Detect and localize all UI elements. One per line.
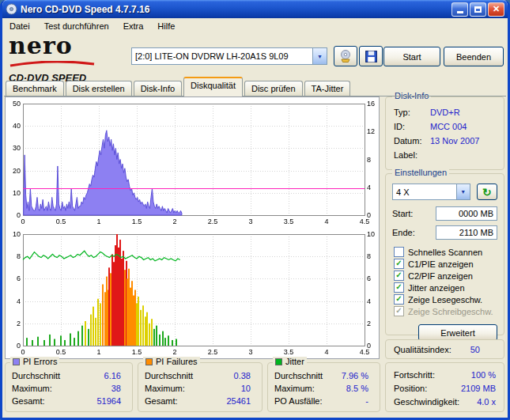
window-title: Nero CD-DVD Speed 4.7.7.16 xyxy=(21,4,450,15)
drive-select-value: [2:0] LITE-ON DVDRW LH-20A1S 9L09 xyxy=(132,51,312,61)
save-button[interactable] xyxy=(359,46,383,66)
end-position-row: Ende: 2110 MB xyxy=(386,225,504,240)
tab-strip: Benchmark Disk erstellen Disk-Info Diskq… xyxy=(6,79,352,96)
po-failures-value: - xyxy=(365,396,368,406)
chart-panel xyxy=(5,96,380,359)
drive-select[interactable]: [2:0] LITE-ON DVDRW LH-20A1S 9L09 ▼ xyxy=(131,47,327,65)
position-label: Position: xyxy=(394,384,427,393)
chevron-down-icon[interactable]: ▼ xyxy=(456,184,470,199)
geschwindigkeit-label: Geschwindigkeit: xyxy=(394,397,459,407)
settings-group: Einstellungen 4 X ▼ ↻ Start: 0000 MB End… xyxy=(385,173,504,335)
typ-value: DVD+R xyxy=(430,108,460,117)
checkbox-schnelles-scannen[interactable]: Schnelles Scannen xyxy=(386,246,504,258)
datum-label: Datum: xyxy=(394,136,430,146)
max-label: Maximum: xyxy=(274,384,315,393)
quality-index-value: 50 xyxy=(470,345,480,354)
nero-logo-text: nero xyxy=(9,36,119,56)
speed-select[interactable]: 4 X ▼ xyxy=(392,184,470,200)
minimize-button[interactable] xyxy=(451,2,468,17)
checkbox-label: Jitter anzeigen xyxy=(408,283,465,293)
position-row: Position: 2109 MB xyxy=(386,381,504,395)
end-position-field[interactable]: 2110 MB xyxy=(436,225,497,240)
checkbox-icon[interactable] xyxy=(394,282,404,293)
pi-errors-stats-panel: PI Errors Durchschnitt6.16 Maximum:38 Ge… xyxy=(5,362,133,412)
quality-index-panel: Qualitätsindex: 50 xyxy=(385,339,504,359)
pi-failures-stats-panel: PI Failures Durchschnitt0.38 Maximum:10 … xyxy=(138,362,263,412)
quality-index-label: Qualitätsindex: xyxy=(394,345,451,354)
fortschritt-label: Fortschritt: xyxy=(394,370,435,380)
total-value: 51964 xyxy=(96,396,121,406)
id-value: MCC 004 xyxy=(430,122,467,131)
checkbox-icon[interactable] xyxy=(394,271,404,281)
maximize-button[interactable] xyxy=(470,2,486,17)
tab-disk-erstellen[interactable]: Disk erstellen xyxy=(66,81,132,96)
max-value: 10 xyxy=(241,384,251,393)
nero-logo-swoosh xyxy=(9,61,96,67)
settings-title: Einstellungen xyxy=(392,168,449,177)
checkbox-jitter-anzeigen[interactable]: Jitter anzeigen xyxy=(386,282,504,293)
app-window: Nero CD-DVD Speed 4.7.7.16 ✕ Datei Test … xyxy=(0,0,510,420)
start-position-field[interactable]: 0000 MB xyxy=(436,206,497,221)
maximize-icon xyxy=(474,6,482,13)
avg-label: Durchschnitt xyxy=(12,371,60,380)
max-value: 38 xyxy=(111,384,121,393)
checkbox-c1-pie-anzeigen[interactable]: C1/PIE anzeigen xyxy=(386,258,504,270)
disk-info-row-datum: Datum: 13 Nov 2007 xyxy=(386,134,504,148)
total-label: Gesamt: xyxy=(12,396,45,406)
label-label: Label: xyxy=(394,150,430,160)
checkbox-icon[interactable] xyxy=(394,259,404,269)
total-value: 25461 xyxy=(226,396,251,406)
menu-test-durchfuehren[interactable]: Test durchführen xyxy=(37,20,116,32)
fortschritt-value: 100 % xyxy=(471,370,496,380)
checkbox-label: C2/PIF anzeigen xyxy=(408,271,473,281)
speed-select-value: 4 X xyxy=(393,187,456,197)
checkbox-zeige-lesegeschw[interactable]: Zeige Lesegeschw. xyxy=(386,293,504,305)
erweitert-row: Erweitert xyxy=(386,324,504,341)
start-position-row: Start: 0000 MB xyxy=(386,206,504,221)
checkbox-zeige-schreibgeschw: Zeige Schreibgeschw. xyxy=(386,305,504,317)
checkbox-icon[interactable] xyxy=(394,294,404,305)
tab-benchmark[interactable]: Benchmark xyxy=(6,81,64,96)
id-label: ID: xyxy=(394,122,430,131)
max-label: Maximum: xyxy=(145,384,185,393)
menu-extra[interactable]: Extra xyxy=(116,20,151,32)
avg-value: 0.38 xyxy=(234,371,251,380)
checkbox-label: C1/PIE anzeigen xyxy=(408,259,474,269)
tab-strip-line xyxy=(4,96,506,96)
progress-row: Fortschritt: 100 % xyxy=(386,368,504,381)
checkbox-label: Zeige Lesegeschw. xyxy=(408,295,482,305)
tab-diskqualitaet[interactable]: Diskqualität xyxy=(183,77,243,96)
checkbox-icon[interactable] xyxy=(394,247,404,257)
chevron-down-icon[interactable]: ▼ xyxy=(312,48,327,64)
minimize-icon xyxy=(457,11,463,13)
menu-hilfe[interactable]: Hilfe xyxy=(150,20,182,32)
pi-errors-swatch-icon xyxy=(13,358,20,365)
checkbox-c2-pif-anzeigen[interactable]: C2/PIF anzeigen xyxy=(386,270,504,282)
start-button[interactable]: Start xyxy=(383,47,440,66)
refresh-speeds-button[interactable]: ↻ xyxy=(477,184,497,200)
speed-row: 4 X ▼ ↻ xyxy=(386,182,504,202)
floppy-icon xyxy=(365,50,378,63)
refresh-icon: ↻ xyxy=(482,186,492,199)
tab-ta-jitter[interactable]: TA-Jitter xyxy=(304,81,351,96)
close-button[interactable]: ✕ xyxy=(488,2,504,17)
pi-failures-swatch-icon xyxy=(145,358,153,365)
max-value: 8.5 % xyxy=(346,384,368,393)
beenden-button[interactable]: Beenden xyxy=(444,47,504,66)
datum-value: 13 Nov 2007 xyxy=(430,136,479,146)
tab-disk-info[interactable]: Disk-Info xyxy=(134,81,182,96)
jitter-title: Jitter xyxy=(285,357,304,366)
close-icon: ✕ xyxy=(493,4,500,14)
erweitert-button[interactable]: Erweitert xyxy=(418,324,497,341)
title-bar[interactable]: Nero CD-DVD Speed 4.7.7.16 ✕ xyxy=(2,0,508,18)
geschwindigkeit-value: 4.0 x xyxy=(477,397,496,407)
hand-disc-icon xyxy=(338,49,353,63)
menu-datei[interactable]: Datei xyxy=(2,20,37,32)
extras-button[interactable] xyxy=(334,46,357,66)
total-label: Gesamt: xyxy=(145,396,178,406)
pi-failures-title: PI Failures xyxy=(156,357,198,366)
avg-label: Durchschnitt xyxy=(274,371,323,380)
disk-info-row-id: ID: MCC 004 xyxy=(386,119,504,134)
tab-disc-pruefen[interactable]: Disc prüfen xyxy=(244,81,303,96)
progress-panel: Fortschritt: 100 % Position: 2109 MB Ges… xyxy=(385,362,504,412)
